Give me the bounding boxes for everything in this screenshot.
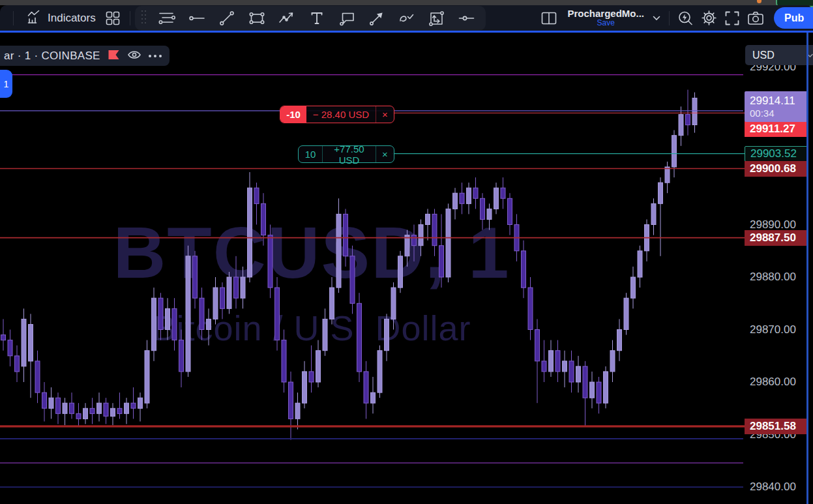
candle <box>179 330 184 388</box>
horizontal-ray-tool[interactable] <box>182 7 212 29</box>
candle <box>658 177 663 256</box>
candle <box>166 298 170 340</box>
flag-icon[interactable] <box>108 50 120 63</box>
split-layout-button[interactable] <box>537 7 561 29</box>
candle <box>631 267 636 308</box>
active-chart-right-border <box>806 33 808 504</box>
candle <box>604 366 608 408</box>
candle <box>563 351 567 387</box>
candle <box>583 361 587 427</box>
take-profit-badge: 29903.52 <box>745 146 808 162</box>
orange-indicator-dot <box>757 0 761 3</box>
candle <box>29 314 33 398</box>
candle <box>104 398 108 424</box>
indicators-button[interactable]: Indicators <box>21 7 101 29</box>
candle <box>22 308 26 382</box>
fullscreen-icon[interactable] <box>720 7 744 29</box>
price-axis[interactable]: USD 29920.0029890.0029880.0029870.002986… <box>743 33 808 504</box>
currency-label: USD <box>752 50 775 61</box>
drag-handle[interactable] <box>141 10 148 26</box>
candle <box>35 351 40 404</box>
last-price-value: 29914.11 <box>750 94 795 108</box>
candle <box>76 403 81 426</box>
candle <box>158 293 163 340</box>
drawing-tools-group <box>135 6 486 31</box>
candle <box>494 183 499 214</box>
price-tick: 29870.00 <box>750 323 796 336</box>
candle <box>268 225 273 299</box>
long-position-pill[interactable]: 10 +77.50 USD × <box>298 145 394 163</box>
candle <box>385 314 389 361</box>
candle <box>610 340 615 382</box>
price-tick: 29880.00 <box>750 271 796 284</box>
candle <box>152 288 156 361</box>
pattern-zigzag-tool[interactable] <box>272 7 302 29</box>
candle <box>412 225 417 261</box>
trend-line-tool[interactable] <box>212 7 242 29</box>
candle <box>138 393 143 421</box>
candle <box>282 330 286 393</box>
candle <box>323 308 327 356</box>
save-link[interactable]: Save <box>597 19 615 27</box>
candle <box>460 183 464 214</box>
indicators-icon <box>26 8 43 28</box>
more-dots-icon[interactable] <box>149 55 162 57</box>
stop-price-badge: 29911.27 <box>745 121 808 137</box>
brush-tool[interactable] <box>392 7 422 29</box>
candle <box>172 298 177 351</box>
short-qty: -10 <box>280 106 306 123</box>
candle <box>473 177 478 209</box>
price-tick: 29890.00 <box>750 218 796 231</box>
eye-icon[interactable] <box>127 50 141 63</box>
camera-icon[interactable] <box>744 7 767 29</box>
symbol-legend[interactable]: ar · 1 · COINBASE <box>0 46 170 66</box>
candle <box>569 351 574 393</box>
candle <box>679 106 683 145</box>
candle <box>330 277 334 325</box>
browser-strip <box>0 0 813 5</box>
candle <box>645 220 649 261</box>
rectangle-tool[interactable] <box>242 7 272 29</box>
candle <box>200 288 204 340</box>
layout-name-button[interactable]: ProchargedMo... Save <box>567 8 644 28</box>
candle <box>508 193 512 235</box>
callout-tool[interactable] <box>332 7 362 29</box>
candle <box>467 183 471 214</box>
price-line-tool[interactable] <box>452 7 482 29</box>
candle <box>480 193 485 230</box>
currency-dropdown[interactable]: USD <box>745 45 813 65</box>
alert-clock-icon[interactable] <box>673 7 697 29</box>
publish-button[interactable]: Pub <box>774 7 813 29</box>
candle <box>336 198 341 293</box>
candle <box>555 340 560 382</box>
candle <box>377 346 382 398</box>
candle <box>439 214 444 288</box>
arrow-tool[interactable] <box>362 7 392 29</box>
candle <box>97 393 102 421</box>
chart-pane[interactable]: BTCUSD, 1 Bitcoin / U.S. Dollar ar · 1 ·… <box>0 33 813 504</box>
candle <box>145 340 149 409</box>
gear-icon[interactable] <box>697 7 720 29</box>
candle <box>391 282 396 329</box>
short-close-button[interactable]: × <box>376 106 394 123</box>
long-close-button[interactable]: × <box>376 146 394 162</box>
candle <box>576 356 581 393</box>
parallel-lines-tool[interactable] <box>152 7 182 29</box>
candle <box>624 293 628 334</box>
layout-grid-button[interactable] <box>101 7 125 29</box>
candle <box>692 93 697 133</box>
candle <box>453 188 458 219</box>
candle <box>303 361 307 409</box>
candle <box>83 403 88 424</box>
candle <box>432 209 437 256</box>
layout-chevron-button[interactable] <box>648 7 665 29</box>
projection-tool[interactable] <box>422 7 452 29</box>
candle <box>501 177 505 209</box>
text-tool[interactable] <box>302 7 332 29</box>
short-position-pill[interactable]: -10 − 28.40 USD × <box>280 106 394 123</box>
candle <box>686 90 690 136</box>
pane-number-badge[interactable]: 1 <box>0 70 12 98</box>
candle <box>234 256 239 309</box>
candle <box>248 172 252 282</box>
candle <box>63 398 67 425</box>
